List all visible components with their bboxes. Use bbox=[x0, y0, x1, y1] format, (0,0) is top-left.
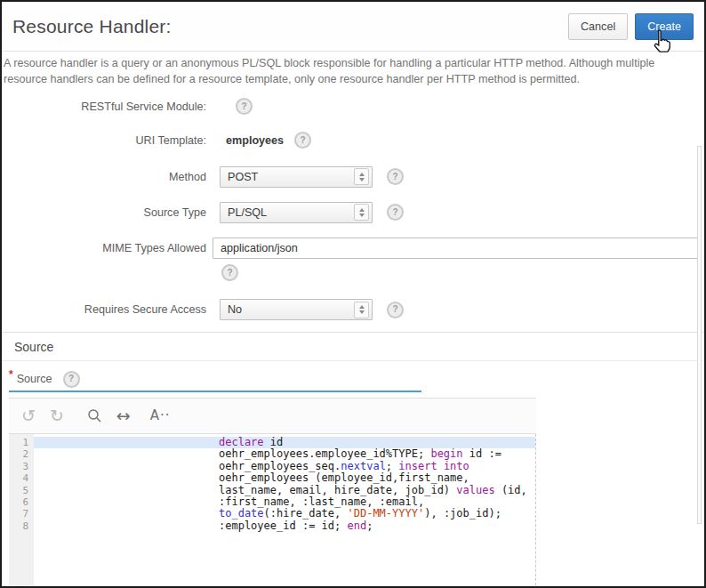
handler-form: RESTful Service Module: ? URI Template: … bbox=[2, 99, 704, 321]
restful-module-label: RESTful Service Module: bbox=[2, 101, 206, 113]
editor-body[interactable]: 12345678 declare idoehr_employees.employ… bbox=[9, 434, 536, 588]
uri-template-value: employees bbox=[226, 134, 284, 147]
method-label: Method bbox=[2, 171, 206, 183]
page-title: Resource Handler: bbox=[12, 16, 568, 37]
source-code-editor[interactable]: ↺ ↻ ↔ A·· 12345678 declare idoehr_employ… bbox=[9, 398, 536, 588]
cancel-button[interactable]: Cancel bbox=[568, 13, 628, 40]
source-region-title: Source bbox=[14, 340, 53, 354]
source-field-label: Source bbox=[17, 373, 52, 385]
help-icon[interactable]: ? bbox=[63, 371, 80, 388]
focused-field-underline bbox=[9, 391, 421, 392]
redo-icon[interactable]: ↻ bbox=[50, 407, 64, 424]
code-line[interactable]: oehr_employees.employee_id%TYPE; begin i… bbox=[34, 448, 535, 460]
editor-gutter: 12345678 bbox=[9, 434, 34, 588]
source-type-select[interactable]: PL/SQL bbox=[220, 202, 373, 223]
resource-handler-dialog: Resource Handler: Cancel Create A resour… bbox=[0, 0, 706, 588]
row-restful-module: RESTful Service Module: ? bbox=[2, 99, 704, 115]
row-mime-types: MIME Types Allowed ? bbox=[2, 238, 704, 282]
select-arrows-icon bbox=[354, 168, 369, 185]
mime-types-label: MIME Types Allowed bbox=[2, 242, 206, 254]
help-icon[interactable]: ? bbox=[294, 132, 311, 149]
editor-toolbar: ↺ ↻ ↔ A·· bbox=[9, 398, 536, 434]
help-icon[interactable]: ? bbox=[387, 204, 404, 221]
secure-access-label: Requires Secure Access bbox=[2, 303, 206, 316]
row-method: Method POST ? bbox=[2, 166, 704, 188]
search-icon[interactable] bbox=[87, 408, 102, 423]
code-line[interactable]: :first_name, :last_name, :email, bbox=[34, 496, 535, 508]
required-asterisk: * bbox=[9, 368, 13, 381]
select-arrows-icon bbox=[354, 302, 369, 318]
code-line[interactable]: oehr_employees (employee_id,first_name, bbox=[34, 472, 535, 484]
help-icon[interactable]: ? bbox=[387, 302, 404, 318]
code-line[interactable]: last_name, email, hire_date, job_id) val… bbox=[34, 485, 535, 496]
undo-icon[interactable]: ↺ bbox=[21, 407, 36, 424]
code-line[interactable]: to_date(:hire_date, 'DD-MM-YYYY'), :job_… bbox=[34, 508, 535, 520]
help-icon[interactable]: ? bbox=[236, 98, 253, 115]
font-size-icon[interactable]: A·· bbox=[150, 409, 171, 423]
dialog-header: Resource Handler: Cancel Create bbox=[2, 2, 704, 52]
source-type-selected-value: PL/SQL bbox=[228, 206, 354, 219]
row-uri-template: URI Template: employees ? bbox=[2, 133, 704, 149]
select-arrows-icon bbox=[354, 204, 369, 221]
code-line[interactable]: :employee_id := id; end; bbox=[34, 520, 535, 532]
horizontal-resize-icon[interactable]: ↔ bbox=[116, 407, 131, 424]
help-icon[interactable]: ? bbox=[387, 168, 404, 185]
mime-types-input[interactable] bbox=[213, 238, 700, 259]
row-source-type: Source Type PL/SQL ? bbox=[2, 202, 704, 223]
method-selected-value: POST bbox=[228, 171, 354, 183]
source-type-label: Source Type bbox=[2, 206, 206, 219]
handler-description: A resource handler is a query or an anon… bbox=[4, 55, 692, 88]
secure-access-select[interactable]: No bbox=[220, 299, 373, 320]
help-icon[interactable]: ? bbox=[221, 264, 238, 281]
vertical-scrollbar[interactable] bbox=[697, 146, 702, 524]
source-field-label-row: * Source ? bbox=[9, 370, 704, 388]
code-line[interactable]: declare id bbox=[34, 437, 535, 448]
source-region-header: Source bbox=[2, 332, 704, 361]
create-button[interactable]: Create bbox=[635, 13, 694, 40]
secure-access-selected-value: No bbox=[228, 303, 354, 316]
uri-template-label: URI Template: bbox=[2, 134, 206, 147]
code-line[interactable]: oehr_employees_seq.nextval; insert into bbox=[34, 461, 535, 472]
row-secure-access: Requires Secure Access No ? bbox=[2, 299, 704, 320]
editor-code[interactable]: declare idoehr_employees.employee_id%TYP… bbox=[34, 434, 536, 588]
method-select[interactable]: POST bbox=[220, 166, 373, 188]
